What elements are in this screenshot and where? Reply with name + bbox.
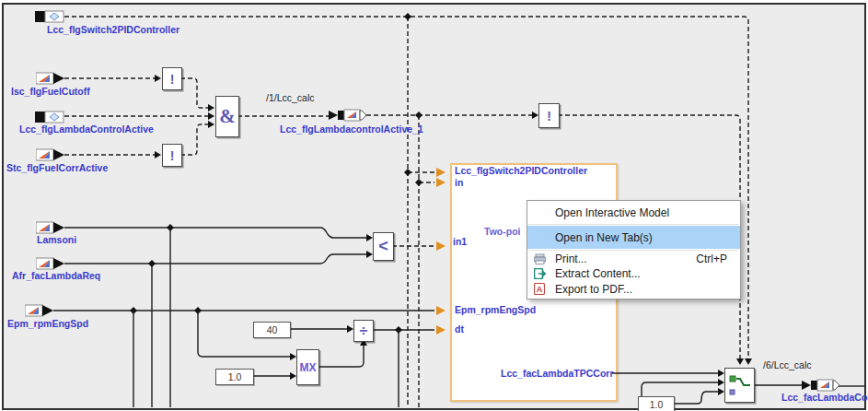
- printer-icon: [532, 253, 547, 264]
- menu-item-label: Open Interactive Model: [555, 206, 669, 219]
- signal-label: Lcc_flgLambdacontrolActive_1: [280, 124, 423, 135]
- subsystem-port-arrows: [436, 168, 446, 335]
- wire-divide-output: [372, 326, 434, 407]
- wire-subsystem-output: [612, 370, 724, 377]
- divide-block[interactable]: ÷: [353, 320, 374, 342]
- menu-item-label: Print...: [555, 252, 587, 265]
- menu-separator: [528, 224, 739, 225]
- not-glyph: !: [170, 72, 175, 87]
- switch-icon: [726, 370, 753, 401]
- menu-item-extract-content[interactable]: Extract Content...: [527, 266, 740, 281]
- not-block-1[interactable]: !: [162, 67, 182, 90]
- wire-const1b-output: [672, 388, 724, 404]
- menu-separator: [528, 250, 739, 251]
- menu-item-label: Extract Content...: [555, 267, 641, 280]
- subsystem-port-signal: Lcc_flgSwitch2PIDController: [455, 166, 587, 176]
- menu-item-label: Open in New Tab(s): [555, 231, 653, 244]
- constant-40[interactable]: 40: [253, 322, 291, 338]
- extract-content-icon: [532, 268, 547, 279]
- wire-mx-output: [318, 339, 367, 367]
- wire-const1a-output: [251, 372, 296, 380]
- minmax-glyph: MX: [300, 361, 317, 374]
- subsystem-caption: Two-poi: [484, 227, 520, 237]
- menu-item-open-interactive-model[interactable]: Open Interactive Model: [527, 202, 740, 223]
- signal-label: Isc_flgFuelCutoff: [11, 87, 90, 97]
- subsystem-port-dt: dt: [455, 324, 464, 335]
- signal-label: Lcc_flgSwitch2PIDController: [47, 25, 179, 35]
- subsystem-port-in: in: [455, 178, 463, 188]
- switch-block[interactable]: [724, 368, 755, 403]
- signal-label: Stc_flgFuelCorrActive: [6, 163, 108, 173]
- signal-label: Epm_rpmEngSpd: [7, 319, 88, 329]
- signal-label: Afr_facLambdaReq: [12, 271, 100, 281]
- signal-label: Lcc_flgLambdaControlActive: [19, 124, 154, 135]
- divide-glyph: ÷: [360, 323, 368, 339]
- wire-epm-rpmengspd: [53, 307, 434, 407]
- subsystem-port-in1: in1: [453, 237, 467, 247]
- and-block[interactable]: &: [215, 96, 239, 137]
- constant-1-0-b[interactable]: 1.0: [638, 396, 675, 411]
- and-glyph: &: [219, 105, 236, 128]
- pdf-icon: A: [532, 283, 547, 295]
- wire-const40-output: [288, 325, 353, 333]
- menu-item-print[interactable]: Print... Ctrl+P: [527, 252, 740, 266]
- less-than-block[interactable]: <: [373, 232, 394, 261]
- minmax-block[interactable]: MX: [296, 349, 319, 385]
- svg-text:A: A: [537, 285, 543, 294]
- wire-label-lcc-calc-6: /6/Lcc_calc: [763, 360, 812, 370]
- menu-item-shortcut: Ctrl+P: [696, 252, 727, 265]
- menu-item-label: Export to PDF...: [555, 283, 632, 296]
- diagram-frame: ! ! ! & < ÷ MX 40 1.0 1.0 Lcc_flgSwitch2…: [2, 3, 866, 410]
- model-canvas: ! ! ! & < ÷ MX 40 1.0 1.0 Lcc_flgSwitch2…: [0, 0, 868, 411]
- not-block-2[interactable]: !: [162, 144, 182, 167]
- not-glyph: !: [547, 109, 551, 123]
- context-menu: Open Interactive Model Open in New Tab(s…: [527, 200, 741, 299]
- signal-label: Lamsoni: [37, 235, 76, 245]
- constant-1-0-a[interactable]: 1.0: [215, 369, 254, 385]
- subsystem-port-out: Lcc_facLambdaTPCCorr: [501, 369, 610, 379]
- menu-item-open-in-new-tabs[interactable]: Open in New Tab(s): [527, 226, 740, 249]
- constant-value: 1.0: [228, 371, 242, 382]
- wire-lcc-flglambdacontrolactive: [64, 112, 214, 120]
- constant-value: 1.0: [650, 399, 664, 410]
- signal-label: Lcc_facLambdaCorr: [781, 393, 868, 403]
- not-glyph: !: [170, 148, 175, 163]
- menu-item-export-to-pdf[interactable]: A Export to PDF...: [527, 281, 740, 297]
- constant-value: 40: [267, 324, 278, 335]
- less-glyph: <: [378, 237, 388, 256]
- subsystem-port-epm: Epm_rpmEngSpd: [455, 305, 536, 315]
- wire-label-lcc-calc-1: /1/Lcc_calc: [266, 93, 315, 103]
- not-block-3[interactable]: !: [538, 103, 560, 128]
